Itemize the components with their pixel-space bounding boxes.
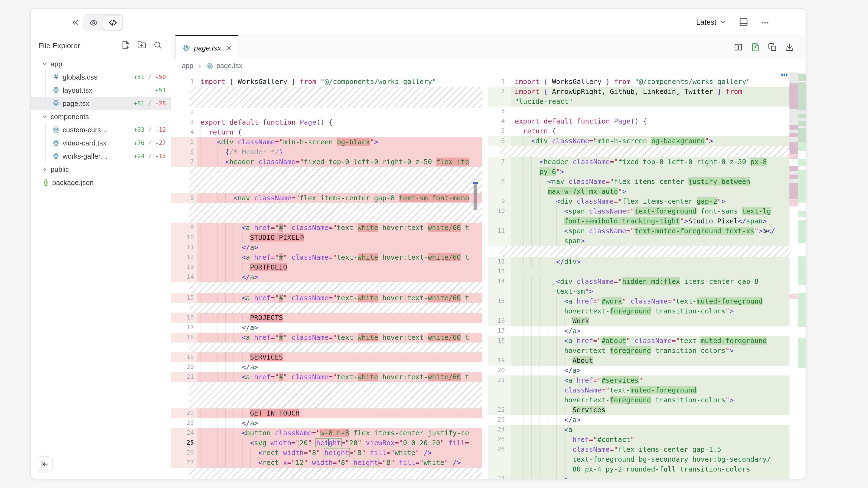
collapsed-unchanged-region[interactable]	[500, 246, 789, 257]
copy-icon[interactable]	[768, 43, 777, 52]
sidebar-item-video-card-tsx[interactable]: video-card.tsx+76 / -27	[31, 136, 171, 149]
diff-pane-new[interactable]: 1import { WorksGallery } from "@/compone…	[488, 72, 789, 479]
code-line[interactable]: py-6">	[488, 167, 789, 177]
code-line[interactable]: 26<rect width="8" height="8" fill="white…	[171, 448, 482, 458]
code-line[interactable]: 24<button className="w-8 h-8 flex items-…	[171, 428, 482, 438]
code-line[interactable]: 8<nav className="flex items-center gap-8…	[171, 193, 482, 203]
code-line[interactable]: 6<div className="min-h-screen bg-backgro…	[488, 136, 789, 146]
code-line[interactable]: 7<header className="fixed top-0 left-0 r…	[488, 157, 789, 167]
code-line[interactable]: 3export default function Page() {	[171, 118, 482, 127]
code-line[interactable]: 2	[171, 107, 482, 118]
search-button[interactable]	[153, 41, 162, 50]
code-line[interactable]: 5<div className="min-h-screen bg-black">	[171, 137, 482, 147]
code-line[interactable]: 20</a>	[171, 362, 482, 372]
code-line[interactable]: 4export default function Page() {	[488, 117, 789, 126]
sidebar-item-globals-css[interactable]: #globals.css+51 / -50	[31, 70, 171, 84]
left-pane-scrollbar[interactable]	[473, 185, 477, 210]
close-icon[interactable]	[226, 44, 232, 51]
code-line[interactable]: 23</a>	[488, 415, 789, 425]
collapsed-unchanged-region[interactable]	[500, 146, 789, 157]
tab-page-tsx[interactable]: page.tsx	[175, 35, 239, 59]
code-line[interactable]: hover:text-foreground transition-colors"…	[488, 346, 789, 356]
sidebar-item-works-galler-[interactable]: works-galler…+24 / -13	[31, 149, 171, 162]
sidebar-item-public[interactable]: public	[31, 162, 171, 176]
code-line[interactable]: 4return (	[171, 127, 482, 137]
code-line[interactable]: 27>	[488, 474, 789, 479]
code-line[interactable]: span>	[488, 236, 789, 246]
diff-minimap[interactable]	[789, 72, 806, 479]
code-line[interactable]: 18<a href="#about" className="text-muted…	[488, 336, 789, 346]
code-line[interactable]: 7<header className="fixed top-0 left-0 r…	[171, 157, 482, 167]
code-line[interactable]: 25href="#contact"	[488, 435, 789, 445]
code-line[interactable]: 2import { ArrowUpRight, Github, Linkedin…	[488, 87, 789, 97]
collapsed-unchanged-region[interactable]	[189, 303, 482, 313]
sidebar-item-custom-curs-[interactable]: custom-curs…+33 / -12	[31, 123, 171, 136]
code-line[interactable]: 14</a>	[171, 272, 482, 282]
code-line[interactable]: 9<a href="#" className="text-white hover…	[171, 223, 482, 233]
code-line[interactable]: hover:text-foreground transition-colors"…	[488, 395, 789, 405]
code-line[interactable]: 22Services	[488, 405, 789, 415]
version-selector[interactable]: Latest	[696, 9, 726, 35]
code-line[interactable]: 20</a>	[488, 366, 789, 376]
code-line[interactable]: 18<a href="#" className="text-white hove…	[171, 333, 482, 343]
code-line[interactable]: font-semibold tracking-tight">Studio Pix…	[488, 216, 789, 226]
sidebar-item-layout-tsx[interactable]: layout.tsx+51	[31, 84, 171, 97]
collapsed-unchanged-region[interactable]	[189, 87, 482, 107]
code-line[interactable]: 9<div className="flex items-center gap-2…	[488, 197, 789, 206]
code-line[interactable]: 23</a>	[171, 418, 482, 428]
new-folder-button[interactable]	[137, 41, 146, 50]
preview-toggle-button[interactable]	[84, 16, 103, 30]
code-line[interactable]: 26className="flex items-center gap-1.5	[488, 445, 789, 455]
code-line[interactable]: text-foreground bg-secondary hover:bg-se…	[488, 455, 789, 464]
collapse-sidebar-button[interactable]	[37, 456, 53, 472]
breadcrumb-file[interactable]: page.tsx	[216, 62, 243, 70]
code-line[interactable]: 21<a href="#" className="text-white hove…	[171, 372, 482, 382]
code-line[interactable]: hover:text-foreground transition-colors"…	[488, 306, 789, 316]
code-line[interactable]: 22GET IN TOUCH	[171, 409, 482, 418]
code-line[interactable]: 80 px-4 py-2 rounded-full transition-col…	[488, 464, 789, 474]
code-line[interactable]: 1import { WorksGallery } from "@/compone…	[171, 77, 482, 87]
code-line[interactable]: 12</div>	[488, 257, 789, 267]
code-line[interactable]: 25<svg width="20" height="20" viewBox="0…	[171, 438, 482, 448]
collapsed-unchanged-region[interactable]	[189, 167, 482, 193]
code-line[interactable]: 13PORTFOLIO	[171, 262, 482, 272]
code-line[interactable]: 10<span className="text-foreground font-…	[488, 206, 789, 216]
code-line[interactable]: text-sm">	[488, 287, 789, 296]
collapsed-unchanged-region[interactable]	[189, 468, 482, 479]
code-line[interactable]: 14<div className="hidden md:flex items-c…	[488, 276, 789, 287]
code-line[interactable]: 17</a>	[488, 326, 789, 336]
code-line[interactable]: 16PROJECTS	[171, 313, 482, 323]
sidebar-item-page-tsx[interactable]: page.tsx+81 / -28	[31, 97, 171, 110]
code-line[interactable]: 12<a href="#" className="text-white hove…	[171, 253, 482, 262]
collapsed-unchanged-region[interactable]	[189, 203, 482, 223]
code-line[interactable]: 27<rect x="12" width="8" height="8" fill…	[171, 458, 482, 468]
new-file-button[interactable]	[121, 41, 130, 50]
code-line[interactable]: 6{/* Header */}	[171, 147, 482, 157]
split-diff-icon[interactable]	[734, 43, 743, 52]
collapsed-unchanged-region[interactable]	[189, 343, 482, 352]
code-line[interactable]: 1import { WorksGallery } from "@/compone…	[488, 77, 789, 87]
code-line[interactable]: 10STUDIO PIXEL®	[171, 233, 482, 242]
minimap-handle[interactable]	[781, 73, 788, 76]
code-line[interactable]: 15<a href="#work" className="text-muted-…	[488, 296, 789, 306]
sidebar-item-package-json[interactable]: {}package.json	[31, 176, 171, 189]
code-line[interactable]: 16Work	[488, 316, 789, 326]
file-diff-icon[interactable]	[751, 43, 760, 52]
code-toggle-button[interactable]	[103, 15, 123, 30]
code-line[interactable]: 11</a>	[171, 242, 482, 253]
code-line[interactable]: 3	[488, 106, 789, 117]
sidebar-item-app[interactable]: app	[31, 57, 171, 70]
code-line[interactable]: className="text-muted-foreground	[488, 385, 789, 395]
code-line[interactable]: 21<a href="#services"	[488, 376, 789, 385]
code-line[interactable]: 11<span className="text-muted-foreground…	[488, 226, 789, 236]
code-line[interactable]: 13	[488, 267, 789, 276]
collapsed-unchanged-region[interactable]	[189, 382, 482, 409]
code-line[interactable]: 5return (	[488, 126, 789, 136]
code-line[interactable]: max-w-7xl mx-auto">	[488, 187, 789, 197]
code-line[interactable]: "lucide-react"	[488, 97, 789, 106]
code-line[interactable]: 15<a href="#" className="text-white hove…	[171, 293, 482, 303]
collapse-panel-button[interactable]	[70, 18, 80, 27]
code-line[interactable]: 19About	[488, 356, 789, 366]
diff-pane-old[interactable]: 1import { WorksGallery } from "@/compone…	[171, 72, 482, 479]
code-line[interactable]: 24<a	[488, 425, 789, 435]
